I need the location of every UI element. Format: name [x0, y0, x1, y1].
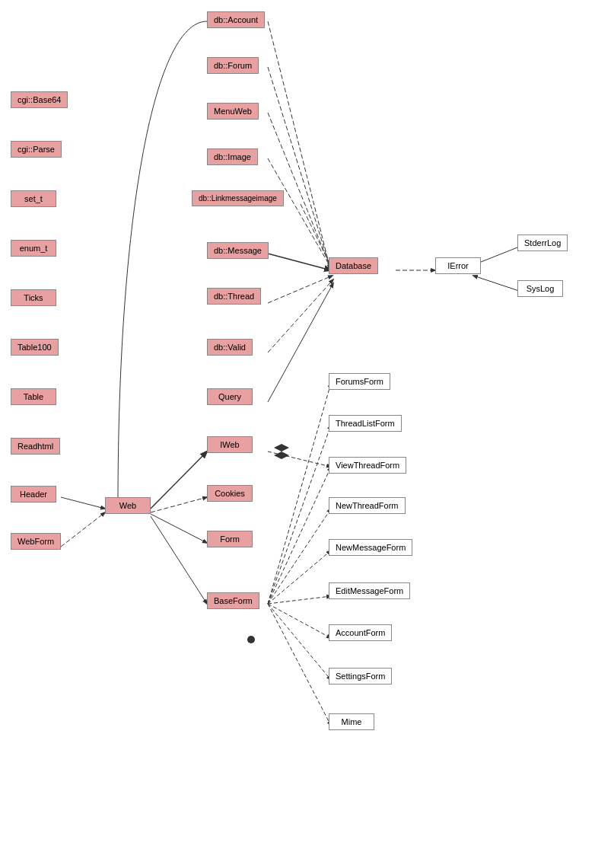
svg-line-18 [268, 383, 331, 604]
svg-line-26 [268, 604, 331, 726]
svg-line-15 [151, 516, 207, 604]
diagram-container: cgi::Base64 cgi::Parse set_t enum_t Tick… [0, 0, 595, 868]
svg-line-0 [268, 21, 331, 272]
node-BaseForm: BaseForm [207, 592, 259, 609]
node-enum_t: enum_t [11, 240, 56, 257]
svg-line-17 [61, 497, 105, 509]
node-StderrLog: StderrLog [517, 235, 568, 251]
svg-line-20 [268, 467, 331, 604]
node-dbThread: db::Thread [207, 288, 261, 305]
svg-line-4 [301, 204, 331, 266]
node-dbAccount: db::Account [207, 11, 265, 28]
node-Database: Database [329, 257, 378, 274]
node-set_t: set_t [11, 190, 56, 207]
node-Query: Query [207, 388, 253, 405]
svg-marker-28 [274, 452, 289, 459]
node-dbLinkmessageimage: db::Linkmessageimage [192, 190, 284, 206]
node-NewMessageForm: NewMessageForm [329, 539, 412, 556]
node-dbImage: db::Image [207, 148, 258, 165]
svg-line-29 [268, 452, 331, 467]
svg-line-22 [268, 550, 331, 604]
node-SysLog: SysLog [517, 280, 563, 297]
node-IWeb: IWeb [207, 436, 253, 453]
node-ForumsForm: ForumsForm [329, 373, 390, 390]
node-NewThreadForm: NewThreadForm [329, 497, 406, 514]
node-dbValid: db::Valid [207, 339, 253, 356]
node-SettingsForm: SettingsForm [329, 668, 392, 685]
node-Header: Header [11, 486, 56, 503]
svg-line-24 [268, 604, 331, 638]
svg-line-12 [151, 497, 207, 512]
svg-line-8 [268, 283, 333, 402]
svg-line-13 [151, 452, 207, 509]
svg-line-11 [473, 276, 521, 292]
svg-line-5 [268, 254, 331, 270]
diagram-arrows [0, 0, 595, 868]
node-Mime: Mime [329, 713, 374, 730]
node-cgiParse: cgi::Parse [11, 141, 62, 158]
node-IError: IError [435, 257, 481, 274]
svg-line-6 [268, 276, 332, 303]
svg-line-25 [268, 604, 331, 680]
node-Table: Table [11, 388, 56, 405]
node-Ticks: Ticks [11, 289, 56, 306]
svg-line-19 [268, 425, 331, 604]
node-Web: Web [105, 497, 151, 514]
node-Table100: Table100 [11, 339, 59, 356]
svg-line-14 [151, 514, 207, 543]
svg-line-7 [268, 279, 333, 353]
svg-line-21 [268, 509, 331, 604]
node-WebForm: WebForm [11, 533, 61, 550]
svg-line-23 [268, 596, 331, 604]
svg-point-30 [247, 636, 255, 643]
node-dbForum: db::Forum [207, 57, 259, 74]
node-ThreadListForm: ThreadListForm [329, 415, 402, 432]
node-cgiBase64: cgi::Base64 [11, 91, 68, 108]
svg-line-16 [61, 512, 105, 547]
svg-marker-27 [274, 444, 289, 452]
node-MenuWeb: MenuWeb [207, 103, 259, 120]
node-EditMessageForm: EditMessageForm [329, 582, 410, 599]
node-ViewThreadForm: ViewThreadForm [329, 457, 406, 474]
node-dbMessage: db::Message [207, 242, 269, 259]
svg-line-1 [268, 67, 331, 270]
node-Form: Form [207, 531, 253, 547]
node-AccountForm: AccountForm [329, 624, 392, 641]
svg-line-3 [268, 158, 331, 268]
node-Cookies: Cookies [207, 485, 253, 502]
node-Readhtml: Readhtml [11, 438, 60, 455]
